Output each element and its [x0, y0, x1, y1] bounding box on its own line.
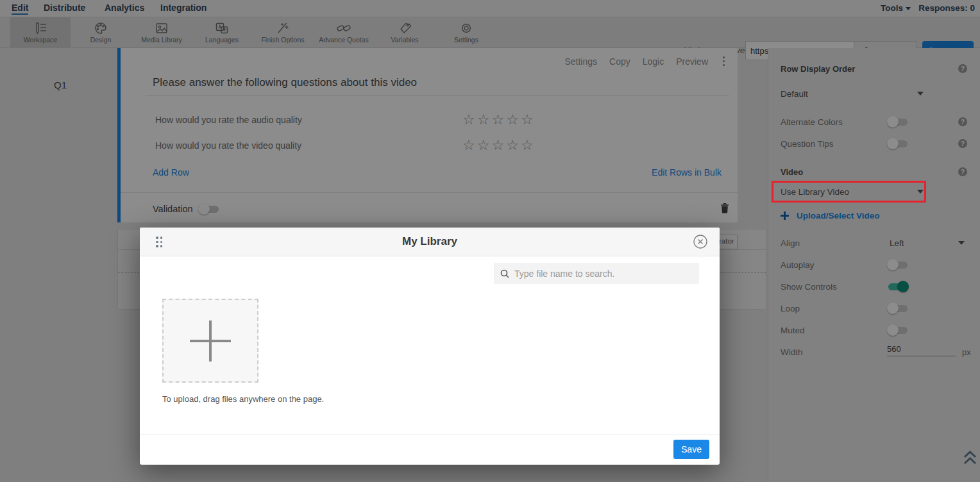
plus-icon	[187, 317, 234, 365]
modal-header: My Library	[140, 228, 720, 256]
questionpro-survey-editor: Edit Distribute Analytics Integration To…	[0, 0, 980, 482]
save-button[interactable]: Save	[673, 440, 709, 459]
close-icon[interactable]	[693, 234, 708, 249]
my-library-modal: My Library To upload, drag files anywher…	[140, 228, 720, 465]
upload-media-tile[interactable]	[162, 299, 258, 383]
modal-footer	[140, 435, 720, 465]
library-search-input[interactable]	[514, 269, 693, 279]
modal-title: My Library	[140, 235, 720, 248]
search-icon	[500, 269, 509, 278]
library-search-box	[494, 263, 699, 284]
upload-hint-text: To upload, drag files anywhere on the pa…	[162, 394, 324, 404]
